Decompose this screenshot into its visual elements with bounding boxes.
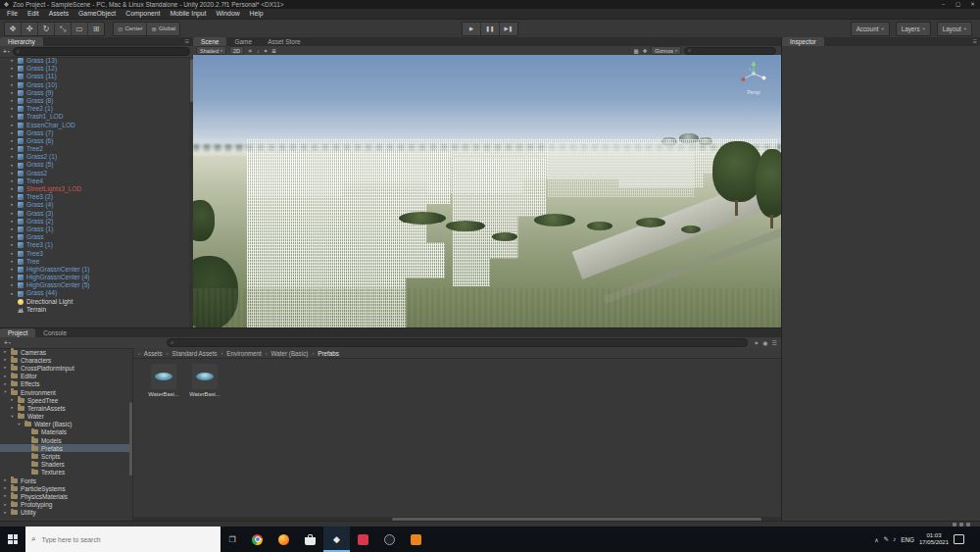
hierarchy-item[interactable]: Grass (12) (0, 65, 189, 73)
tab-inspector[interactable]: Inspector (782, 37, 824, 46)
expand-arrow-icon[interactable] (3, 348, 8, 356)
expand-arrow-icon[interactable] (10, 137, 15, 145)
expand-arrow-icon[interactable] (10, 396, 15, 404)
orange-app-icon[interactable] (403, 527, 429, 552)
taskbar-search[interactable]: ⌕ (25, 527, 220, 552)
task-view-button[interactable]: ❐ (220, 527, 244, 552)
transform-tool[interactable]: ⊞ (88, 23, 104, 35)
folder-item[interactable]: Utility (0, 509, 132, 517)
snap-settings-icon[interactable]: ▦ (633, 48, 640, 54)
expand-arrow-icon[interactable] (3, 364, 8, 372)
expand-arrow-icon[interactable] (10, 153, 15, 161)
expand-arrow-icon[interactable] (10, 218, 15, 226)
action-center-icon[interactable] (954, 534, 964, 544)
close-button[interactable]: ✕ (965, 0, 980, 9)
expand-arrow-icon[interactable] (10, 185, 15, 193)
breadcrumb-item[interactable]: Environment (220, 350, 261, 357)
breadcrumb-item[interactable]: Assets (138, 350, 163, 357)
folder-item[interactable]: Prototyping (0, 501, 132, 509)
hierarchy-item[interactable]: Trash1_LOD (0, 113, 189, 121)
firefox-icon[interactable] (270, 527, 297, 552)
tab-console[interactable]: Console (35, 328, 74, 337)
hierarchy-item[interactable]: Grass (0, 233, 189, 241)
expand-arrow-icon[interactable] (10, 413, 15, 421)
folder-item[interactable]: SpeedTree (0, 396, 132, 404)
breadcrumb-item[interactable]: Prefabs (312, 350, 339, 357)
folder-item[interactable]: PhysicsMaterials (0, 492, 132, 500)
expand-arrow-icon[interactable] (10, 404, 15, 412)
folder-item[interactable]: Effects (0, 380, 132, 388)
hierarchy-item[interactable]: Grass (4) (0, 201, 189, 209)
hierarchy-item[interactable]: Directional Light (0, 298, 189, 306)
play-button[interactable]: ▶ (463, 23, 481, 35)
red-app-icon[interactable] (350, 527, 376, 552)
audio-toggle-icon[interactable]: ♪ (256, 48, 261, 54)
tab-project[interactable]: Project (0, 328, 35, 337)
expand-arrow-icon[interactable] (10, 250, 15, 258)
folder-item[interactable]: Water (Basic) (0, 421, 132, 428)
folder-item[interactable]: TerrainAssets (0, 404, 132, 412)
expand-arrow-icon[interactable] (10, 145, 15, 153)
hierarchy-item[interactable]: Grass (13) (0, 57, 189, 65)
hierarchy-item[interactable]: Grass (6) (0, 137, 189, 145)
hierarchy-item[interactable]: Tree4 (0, 177, 189, 185)
asset-item[interactable]: WaterBasi... (188, 364, 221, 403)
hierarchy-item[interactable]: Grass (5) (0, 161, 189, 169)
gizmos-dropdown[interactable]: Gizmos (651, 46, 681, 55)
taskbar-search-input[interactable] (39, 535, 190, 544)
tab-game[interactable]: Game (226, 37, 260, 46)
hierarchy-item[interactable]: HighGrassnCenter (1) (0, 266, 189, 274)
expand-arrow-icon[interactable] (3, 477, 8, 484)
menu-item[interactable]: GameObject (74, 9, 121, 19)
folder-item[interactable]: Editor (0, 373, 132, 380)
hierarchy-item[interactable]: Grass (3) (0, 210, 189, 218)
tab-scene[interactable]: Scene (193, 37, 226, 46)
folder-item[interactable]: CrossPlatformInput (0, 364, 132, 372)
expand-arrow-icon[interactable] (10, 281, 15, 289)
expand-arrow-icon[interactable] (10, 233, 15, 241)
expand-arrow-icon[interactable] (10, 274, 15, 281)
hierarchy-item[interactable]: Grass2 (0, 170, 189, 177)
expand-arrow-icon[interactable] (3, 373, 8, 380)
hierarchy-item[interactable]: HighGrassnCenter (5) (0, 281, 189, 289)
rect-tool[interactable]: ▭ (72, 23, 88, 35)
menu-item[interactable]: Window (211, 9, 244, 19)
minimize-button[interactable]: – (936, 0, 951, 9)
menu-item[interactable]: Assets (44, 9, 74, 19)
tab-hierarchy[interactable]: Hierarchy (0, 37, 43, 46)
dark-app-icon[interactable] (376, 527, 403, 552)
hierarchy-item[interactable]: Grass (10) (0, 81, 189, 89)
scene-orientation-gizmo[interactable]: Persp (736, 60, 771, 95)
scale-tool[interactable]: ⤡ (55, 23, 72, 35)
shading-mode-dropdown[interactable]: Shaded (196, 46, 226, 55)
expand-arrow-icon[interactable] (10, 258, 15, 266)
expand-arrow-icon[interactable] (10, 97, 15, 105)
hand-tool[interactable]: ✥ (5, 23, 22, 35)
asset-item[interactable]: WaterBasi... (147, 364, 180, 403)
hierarchy-item[interactable]: Grass (11) (0, 73, 189, 80)
expand-arrow-icon[interactable] (10, 226, 15, 233)
hierarchy-item[interactable]: Tree2 (1) (0, 105, 189, 113)
rotate-tool[interactable]: ↻ (38, 23, 55, 35)
folder-item[interactable]: Shaders (0, 461, 132, 469)
scene-viewport[interactable]: Persp (193, 55, 781, 327)
create-asset-button[interactable]: + (4, 339, 11, 346)
hierarchy-item[interactable]: EssenChar_LOD (0, 122, 189, 129)
expand-arrow-icon[interactable] (10, 290, 15, 298)
expand-arrow-icon[interactable] (10, 57, 15, 65)
volume-icon[interactable]: ♪ (893, 535, 896, 543)
pause-button[interactable]: ❚❚ (481, 23, 500, 35)
expand-arrow-icon[interactable] (3, 380, 8, 388)
hierarchy-item[interactable]: HighGrassnCenter (4) (0, 274, 189, 281)
expand-arrow-icon[interactable] (10, 201, 15, 209)
folder-item[interactable]: Fonts (0, 477, 132, 484)
expand-arrow-icon[interactable] (10, 266, 15, 274)
space-toggle[interactable]: ⊕ Global (147, 23, 179, 35)
light-toggle-icon[interactable]: ☀ (247, 48, 254, 54)
expand-arrow-icon[interactable] (10, 122, 15, 129)
breadcrumb-item[interactable]: Water (Basic) (266, 350, 309, 357)
expand-arrow-icon[interactable] (10, 89, 15, 97)
expand-arrow-icon[interactable] (10, 170, 15, 177)
hierarchy-item[interactable]: Grass (9) (0, 89, 189, 97)
expand-arrow-icon[interactable] (10, 193, 15, 201)
